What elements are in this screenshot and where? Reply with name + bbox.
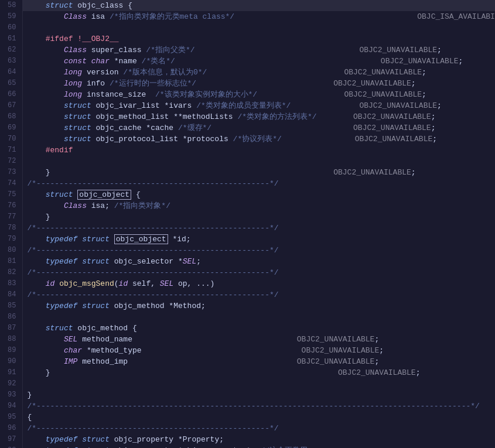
table-row: 85 typedef struct objc_method *Method; xyxy=(0,300,495,312)
table-row: 98 typedef struct objc_property *objc_pr… xyxy=(0,445,495,448)
code-content: struct objc_cache *cache /*缓存*/ OBJC2_UN… xyxy=(22,122,495,134)
code-content: } xyxy=(22,211,495,223)
code-content: Class isa /*指向类对象的元类meta class*/ OBJC_IS… xyxy=(22,11,495,22)
table-row: 97 typedef struct objc_property *Propert… xyxy=(0,434,495,445)
code-content: struct objc_class { xyxy=(22,0,495,11)
code-content: typedef struct objc_property *objc_prope… xyxy=(22,445,495,448)
code-content: } xyxy=(22,389,495,401)
code-content: const char *name /*类名*/ OBJC2_UNAVAILABL… xyxy=(22,56,495,67)
line-number: 95 xyxy=(0,412,22,423)
line-number: 66 xyxy=(0,89,22,100)
code-content: /*--------------------------------------… xyxy=(22,245,495,256)
line-number: 76 xyxy=(0,200,22,211)
table-row: 76 Class isa; /*指向类对象*/ xyxy=(0,200,495,211)
line-number: 89 xyxy=(0,345,22,356)
table-row: 63 const char *name /*类名*/ OBJC2_UNAVAIL… xyxy=(0,56,495,67)
code-content: struct objc_protocol_list *protocols /*协… xyxy=(22,134,495,145)
table-row: 88 SEL method_name OBJC2_UNAVAILABLE; xyxy=(0,334,495,345)
line-number: 65 xyxy=(0,78,22,89)
code-content: #ifdef !__OBJ2__ xyxy=(22,33,495,45)
line-number: 72 xyxy=(0,156,22,167)
line-number: 73 xyxy=(0,167,22,178)
code-content: Class isa; /*指向类对象*/ xyxy=(22,200,495,211)
code-content: SEL method_name OBJC2_UNAVAILABLE; xyxy=(22,334,495,345)
table-row: 68 struct objc_method_list **methodLists… xyxy=(0,111,495,122)
line-number: 59 xyxy=(0,11,22,22)
code-content: /*--------------------------------------… xyxy=(22,401,495,412)
table-row: 79 typedef struct objc_object *id; xyxy=(0,234,495,245)
code-content: typedef struct objc_method *Method; xyxy=(22,300,495,312)
table-row: 81 typedef struct objc_selector *SEL; xyxy=(0,256,495,267)
line-number: 61 xyxy=(0,33,22,45)
code-content: { xyxy=(22,412,495,423)
table-row: 82/*------------------------------------… xyxy=(0,267,495,278)
line-number: 91 xyxy=(0,367,22,378)
code-content: long info /*运行时的一些标志位*/ OBJC2_UNAVAILABL… xyxy=(22,78,495,89)
table-row: 70 struct objc_protocol_list *protocols … xyxy=(0,134,495,145)
table-row: 60 xyxy=(0,22,495,33)
line-number: 68 xyxy=(0,111,22,122)
table-row: 78/*------------------------------------… xyxy=(0,223,495,234)
code-content xyxy=(22,378,495,389)
table-row: 77 } xyxy=(0,211,495,223)
line-number: 98 xyxy=(0,445,22,448)
code-content: typedef struct objc_selector *SEL; xyxy=(22,256,495,267)
code-content xyxy=(22,22,495,33)
table-row: 69 struct objc_cache *cache /*缓存*/ OBJC2… xyxy=(0,122,495,134)
line-number: 79 xyxy=(0,234,22,245)
line-number: 88 xyxy=(0,334,22,345)
table-row: 58 struct objc_class { xyxy=(0,0,495,11)
table-row: 72 xyxy=(0,156,495,167)
line-number: 60 xyxy=(0,22,22,33)
code-content: long instance_size /*该类对象实例对象的大小*/ OBJC2… xyxy=(22,89,495,100)
code-table: 58 struct objc_class {59 Class isa /*指向类… xyxy=(0,0,495,448)
code-content: struct objc_method_list **methodLists /*… xyxy=(22,111,495,122)
line-number: 86 xyxy=(0,312,22,323)
line-number: 87 xyxy=(0,323,22,334)
line-number: 84 xyxy=(0,289,22,300)
code-content: struct objc_method { xyxy=(22,323,495,334)
code-content xyxy=(22,312,495,323)
line-number: 82 xyxy=(0,267,22,278)
table-row: 61 #ifdef !__OBJ2__ xyxy=(0,33,495,45)
line-number: 81 xyxy=(0,256,22,267)
code-content: } OBJC2_UNAVAILABLE; xyxy=(22,167,495,178)
line-number: 77 xyxy=(0,211,22,223)
table-row: 87 struct objc_method { xyxy=(0,323,495,334)
table-row: 67 struct objc_ivar_list *ivars /*类对象的成员… xyxy=(0,100,495,111)
table-row: 93} xyxy=(0,389,495,401)
table-row: 90 IMP method_imp OBJC2_UNAVAILABLE; xyxy=(0,356,495,367)
table-row: 75 struct objc_object { xyxy=(0,189,495,200)
table-row: 65 long info /*运行时的一些标志位*/ OBJC2_UNAVAIL… xyxy=(0,78,495,89)
code-content: /*--------------------------------------… xyxy=(22,178,495,189)
line-number: 83 xyxy=(0,278,22,289)
table-row: 83 id objc_msgSend(id self, SEL op, ...) xyxy=(0,278,495,289)
table-row: 73 } OBJC2_UNAVAILABLE; xyxy=(0,167,495,178)
table-row: 84/*------------------------------------… xyxy=(0,289,495,300)
line-number: 80 xyxy=(0,245,22,256)
table-row: 62 Class super_class /*指向父类*/ OBJC2_UNAV… xyxy=(0,45,495,56)
code-content: #endif xyxy=(22,145,495,156)
table-row: 86 xyxy=(0,312,495,323)
code-content: IMP method_imp OBJC2_UNAVAILABLE; xyxy=(22,356,495,367)
table-row: 91 } OBJC2_UNAVAILABLE; xyxy=(0,367,495,378)
line-number: 96 xyxy=(0,423,22,434)
line-number: 69 xyxy=(0,122,22,134)
table-row: 59 Class isa /*指向类对象的元类meta class*/ OBJC… xyxy=(0,11,495,22)
line-number: 97 xyxy=(0,434,22,445)
line-number: 71 xyxy=(0,145,22,156)
code-content: struct objc_object { xyxy=(22,189,495,200)
table-row: 94/*------------------------------------… xyxy=(0,401,495,412)
table-row: 92 xyxy=(0,378,495,389)
table-row: 66 long instance_size /*该类对象实例对象的大小*/ OB… xyxy=(0,89,495,100)
line-number: 74 xyxy=(0,178,22,189)
table-row: 64 long version /*版本信息，默认为0*/ OBJC2_UNAV… xyxy=(0,67,495,78)
code-content: /*--------------------------------------… xyxy=(22,267,495,278)
line-number: 94 xyxy=(0,401,22,412)
line-number: 62 xyxy=(0,45,22,56)
line-number: 70 xyxy=(0,134,22,145)
line-number: 67 xyxy=(0,100,22,111)
line-number: 90 xyxy=(0,356,22,367)
code-content: long version /*版本信息，默认为0*/ OBJC2_UNAVAIL… xyxy=(22,67,495,78)
code-content: id objc_msgSend(id self, SEL op, ...) xyxy=(22,278,495,289)
